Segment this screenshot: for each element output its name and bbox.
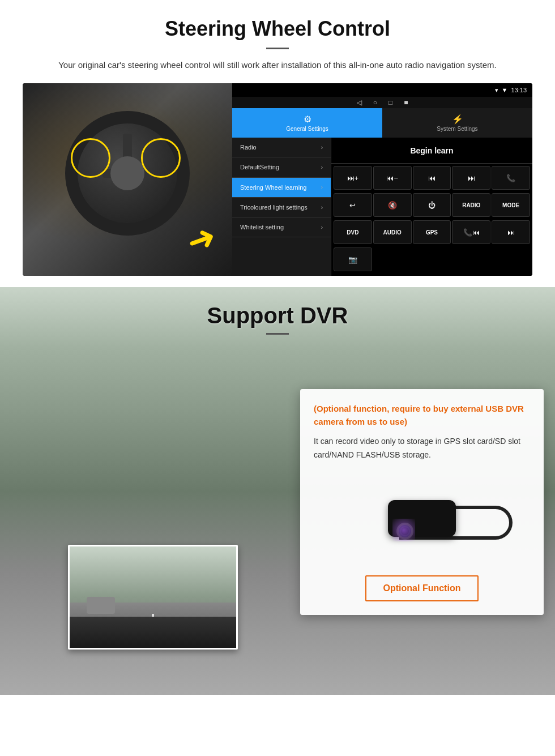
menu-tricoloured-label: Tricoloured light settings [240,203,308,211]
ctrl-dvd[interactable]: DVD [334,220,372,244]
left-button-circle [71,138,110,178]
tab-system-label: System Settings [437,126,477,132]
menu-default-label: DefaultSetting [240,163,279,171]
menu-radio-arrow: › [321,144,323,151]
ctrl-vol-up[interactable]: ⏭+ [334,166,372,190]
dvr-title-section: Support DVR [0,287,555,341]
menu-whitelist-arrow: › [321,224,323,230]
dvr-optional-text: (Optional function, require to buy exter… [314,403,530,428]
menu-steering-arrow: › [321,184,323,190]
tab-general-settings[interactable]: ⚙ General Settings [232,108,382,138]
steering-section: Steering Wheel Control Your original car… [0,0,555,287]
ctrl-back[interactable]: ↩ [334,193,372,217]
ctrl-mute[interactable]: 🔇 [373,193,412,217]
system-settings-icon: ⚡ [452,114,463,125]
android-statusbar: ▾ ▼ 13:13 [232,83,532,97]
control-buttons-grid: ⏭+ ⏮− ⏮ ⏭ 📞 ↩ 🔇 ⏻ RADIO MODE DVD AUDIO [331,164,532,276]
dvr-page-title: Support DVR [0,303,555,328]
ctrl-gps[interactable]: GPS [413,220,451,244]
menu-item-default-setting[interactable]: DefaultSetting › [232,157,331,177]
signal-icon: ▼ [502,87,508,93]
android-demo: ➜ ▾ ▼ 13:13 ◁ ○ □ ■ ⚙ General Settings [23,83,532,276]
wifi-icon: ▾ [495,87,498,94]
menu-item-tricoloured[interactable]: Tricoloured light settings › [232,198,331,217]
home-icon[interactable]: ○ [373,99,377,106]
steering-wheel-image [65,111,190,236]
ctrl-audio[interactable]: AUDIO [373,220,412,244]
dvr-camera-image [314,473,530,564]
ctrl-mode[interactable]: MODE [492,193,530,217]
begin-learn-bar: Begin learn [331,138,532,164]
ctrl-phone-prev[interactable]: 📞⏮ [452,220,490,244]
dvr-description: It can record video only to storage in G… [314,435,530,462]
ctrl-radio[interactable]: RADIO [452,193,490,217]
settings-menu: Radio › DefaultSetting › Steering Wheel … [232,138,331,276]
section-subtitle: Your original car's steering wheel contr… [45,58,510,72]
begin-learn-button[interactable]: Begin learn [410,146,453,155]
android-panel: ▾ ▼ 13:13 ◁ ○ □ ■ ⚙ General Settings ⚡ S… [232,83,532,276]
menu-item-whitelist[interactable]: Whitelist setting › [232,217,331,237]
android-tabs: ⚙ General Settings ⚡ System Settings [232,108,532,138]
android-nav-bar: ◁ ○ □ ■ [232,97,532,108]
page-title: Steering Wheel Control [23,17,532,41]
tab-general-label: General Settings [286,126,328,132]
ctrl-dvr-cam[interactable]: 📷 [334,247,372,271]
general-settings-icon: ⚙ [304,114,311,125]
steering-photo: ➜ [23,83,232,276]
menu-item-radio[interactable]: Radio › [232,138,331,157]
dvr-info-card: (Optional function, require to buy exter… [300,389,544,615]
screenshot-dashboard [70,617,236,648]
ctrl-power[interactable]: ⏻ [413,193,451,217]
dvr-section: Support DVR (Optional function, require … [0,287,555,695]
screenshot-car [87,597,115,614]
right-button-circle [141,138,181,178]
menu-icon[interactable]: ■ [404,99,408,106]
ctrl-phone[interactable]: 📞 [492,166,530,190]
camera-glow [392,519,415,541]
android-right-panel: Begin learn ⏭+ ⏮− ⏮ ⏭ 📞 ↩ 🔇 ⏻ RADIO [331,138,532,276]
status-time: 13:13 [511,87,527,93]
ctrl-vol-down[interactable]: ⏮− [373,166,412,190]
camera-body [388,500,456,537]
back-icon[interactable]: ◁ [357,99,362,106]
menu-item-steering-wheel[interactable]: Steering Wheel learning › [232,178,331,198]
ctrl-next-skip[interactable]: ⏭ [492,220,530,244]
menu-whitelist-label: Whitelist setting [240,223,284,231]
dvr-screenshot-thumbnail [68,545,238,650]
menu-tricoloured-arrow: › [321,204,323,211]
optional-function-button[interactable]: Optional Function [365,575,479,601]
menu-steering-label: Steering Wheel learning [240,183,306,191]
ctrl-next[interactable]: ⏭ [452,166,490,190]
dvr-title-divider [266,333,289,335]
title-divider [266,48,289,49]
ctrl-prev[interactable]: ⏮ [413,166,451,190]
tab-system-settings[interactable]: ⚡ System Settings [382,108,532,138]
menu-radio-label: Radio [240,143,257,151]
menu-default-arrow: › [321,164,323,170]
android-content: Radio › DefaultSetting › Steering Wheel … [232,138,532,276]
recents-icon[interactable]: □ [388,99,392,106]
